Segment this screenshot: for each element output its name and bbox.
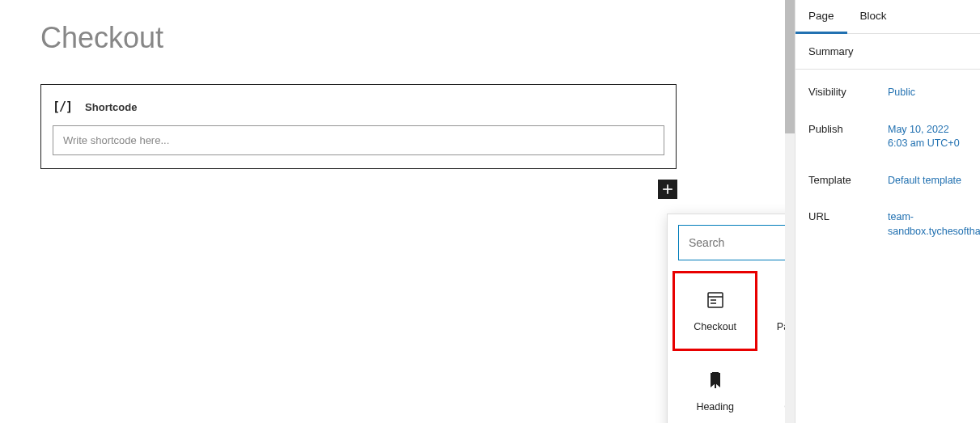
checkout-icon — [706, 290, 725, 310]
editor-canvas: Checkout [/] Shortcode — [0, 0, 781, 423]
tab-block[interactable]: Block — [847, 0, 900, 33]
shortcode-block-header: [/] Shortcode — [53, 99, 664, 114]
block-item-checkout[interactable]: Checkout — [672, 271, 757, 351]
shortcode-icon: [/] — [53, 99, 72, 114]
sidebar-tabs: Page Block — [795, 0, 980, 34]
plus-icon — [660, 181, 676, 197]
settings-sidebar: Page Block Summary Visibility Public Pub… — [795, 0, 980, 423]
visibility-label: Visibility — [808, 86, 888, 98]
block-item-label: Heading — [696, 401, 734, 412]
summary-row-visibility: Visibility Public — [808, 74, 967, 112]
shortcode-input[interactable] — [53, 125, 664, 155]
add-block-button[interactable] — [658, 180, 677, 199]
template-value[interactable]: Default template — [888, 174, 961, 188]
tab-page[interactable]: Page — [795, 0, 847, 34]
shortcode-block[interactable]: [/] Shortcode — [40, 84, 677, 169]
visibility-value[interactable]: Public — [888, 86, 915, 100]
summary-row-url: URL team-sandbox.tychesofthal/cl — [808, 199, 967, 250]
summary-panel-body: Visibility Public Publish May 10, 2022 6… — [795, 70, 980, 250]
summary-section-header[interactable]: Summary — [795, 34, 980, 70]
url-value[interactable]: team-sandbox.tychesofthal/cl — [888, 210, 980, 239]
editor-scrollbar-thumb[interactable] — [785, 0, 795, 133]
publish-value[interactable]: May 10, 2022 6:03 am UTC+0 — [888, 123, 967, 151]
shortcode-block-label: Shortcode — [85, 101, 137, 113]
page-title[interactable]: Checkout — [40, 21, 740, 55]
url-label: URL — [808, 210, 888, 222]
summary-row-template: Template Default template — [808, 163, 967, 200]
publish-label: Publish — [808, 123, 888, 135]
block-item-heading[interactable]: Heading — [672, 351, 757, 423]
template-label: Template — [808, 174, 888, 186]
block-item-label: Checkout — [694, 321, 736, 332]
summary-row-publish: Publish May 10, 2022 6:03 am UTC+0 — [808, 112, 967, 163]
